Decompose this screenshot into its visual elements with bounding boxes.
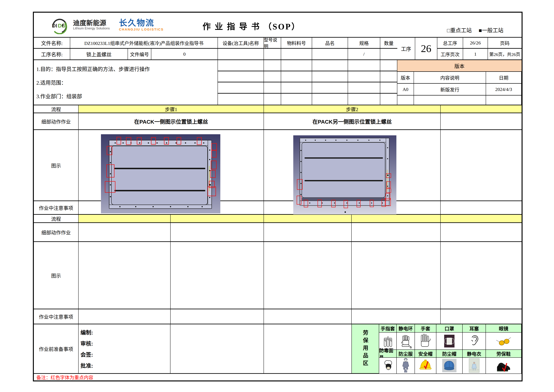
ppe-label-dust-cap: 防尘帽	[436, 350, 463, 357]
face-mask-icon	[442, 334, 457, 349]
process-page-value: 1	[463, 49, 488, 59]
process-name-value: 锁上盖螺丝	[70, 49, 128, 59]
safety-shoes-icon	[493, 358, 514, 373]
step1-header: 步骤1	[79, 105, 264, 112]
logo-area: DI DU 迪度新能源 Lithium Energy Solutions 长久物…	[50, 15, 164, 34]
material-no-header: 物料料号	[281, 38, 312, 48]
didu-logo-icon: DI DU	[50, 15, 69, 34]
ppe-label-finger-cots: 手指套	[379, 324, 397, 332]
ppe-label-face-mask: 口罩	[436, 324, 463, 332]
page-info: 第26页，共26页	[488, 49, 522, 59]
flow-label-1: 流程	[34, 105, 79, 112]
prep-row: 作业前准备事项 编制: 审核: 会签: 批准: 劳保用品区 手指套 静电环 手套	[34, 324, 522, 374]
respirator-icon	[381, 358, 395, 373]
material-no-value	[281, 49, 312, 59]
ppe-area: 劳保用品区 手指套 静电环 手套 口罩 耳塞 眼镜	[352, 324, 522, 373]
ear-plugs-icon	[467, 334, 481, 349]
step2-header: 步骤2	[264, 105, 441, 112]
info-rows: 文件名称: DZ100233L1组串式户外储能柜(液冷)产品组装作业指导书 设备…	[34, 38, 522, 60]
qty-header: 数量	[380, 38, 397, 48]
countersign-label: 会签:	[81, 350, 169, 358]
detail-step1-text: 在PACK一侧图示位置锁上螺丝	[79, 113, 264, 129]
detail-step2-text: 在PACK另一侧图示位置锁上螺丝	[264, 113, 441, 129]
ppe-label-esd-wrist-strap: 静电环	[397, 324, 415, 332]
equipment-header: 设备(治工具)名称	[218, 38, 264, 48]
gloves-icon	[418, 334, 433, 349]
qty-value	[380, 49, 397, 59]
svg-text:DU: DU	[58, 23, 66, 29]
remark-row: 备注：红色字体为重点内容	[34, 374, 522, 380]
diagram-cell-step1	[79, 130, 264, 201]
total-process-value: 26/26	[463, 38, 488, 48]
process-label: 工序	[397, 38, 415, 59]
equipment-value	[218, 49, 264, 59]
sop-document-page: DI DU 迪度新能源 Lithium Energy Solutions 长久物…	[0, 0, 554, 392]
station-type-flags: □重点工站 ■一般工站	[447, 26, 503, 34]
ppe-header-row-1: 手指套 静电环 手套 口罩 耳塞 眼镜	[379, 324, 522, 333]
prep-label: 作业前准备事项	[34, 324, 79, 373]
total-process-label: 总工序	[437, 38, 463, 48]
info-left-group: 文件名称: DZ100233L1组串式户外储能柜(液冷)产品组装作业指导书 设备…	[34, 38, 397, 59]
ppe-label-gloves: 手套	[415, 324, 436, 332]
ppe-label-ear-plugs: 耳塞	[463, 324, 486, 332]
flow-label-2: 流程	[34, 215, 79, 222]
diagram-row-2: 图示	[34, 242, 522, 309]
ppe-area-label: 劳保用品区	[361, 330, 369, 368]
didu-wordmark: 迪度新能源 Lithium Energy Solutions	[73, 20, 110, 30]
hard-hat-icon	[418, 358, 433, 373]
ppe-label-hard-hat: 安全帽	[415, 350, 436, 357]
diagram-cell-step2	[264, 130, 441, 201]
finger-cots-icon	[381, 334, 395, 349]
version-block: 版本 版本 内容说明 日期 A0 新版发行 2024/4/3	[397, 60, 522, 105]
ppe-grid: 手指套 静电环 手套 口罩 耳塞 眼镜	[379, 324, 522, 373]
dust-suit-icon	[399, 358, 412, 373]
pack-top-cover-side2-cad-image	[285, 135, 404, 214]
purpose-line-1: 1.目的：指导员工按照正确的方法、步骤进行操作	[36, 65, 216, 73]
version-date: 2024/4/3	[486, 84, 522, 95]
page-value-row: 工序页次 1 第26页，共26页	[437, 49, 522, 59]
purpose-version-band: 1.目的：指导员工按照正确的方法、步骤进行操作 2.适用范围： 3.作业部门：组…	[34, 60, 522, 105]
page-title: 作 业 指 导 书 （SOP）	[202, 20, 301, 32]
page-label: 页码	[488, 38, 522, 48]
diagram-label-1: 图示	[34, 130, 79, 201]
version-value: A0	[397, 84, 414, 95]
version-row-empty	[397, 96, 522, 105]
pack-top-cover-side1-cad-image	[101, 134, 221, 213]
diagram-row-1: 图示	[34, 130, 522, 201]
spec-value: /	[348, 49, 380, 59]
desc-col-label: 内容说明	[414, 72, 486, 83]
prepared-by-label: 编制:	[81, 328, 169, 336]
file-name-value: DZ100233L1组串式户外储能柜(液冷)产品组装作业指导书	[70, 38, 218, 48]
sop-table: DI DU 迪度新能源 Lithium Energy Solutions 长久物…	[33, 12, 523, 381]
caution-label-2: 作业中注意事项	[34, 309, 79, 324]
product-name-value	[312, 49, 348, 59]
ppe-icon-row-2	[379, 358, 522, 373]
changjiu-tagline: CHANGJIU LOGISTICS	[119, 28, 164, 31]
date-col-label: 日期	[486, 72, 522, 83]
info-row-1: 文件名称: DZ100233L1组串式户外储能柜(液冷)产品组装作业指导书 设备…	[34, 38, 397, 49]
detail-label-2: 细部动作作业	[34, 223, 79, 241]
purpose-line-2: 2.适用范围：	[36, 79, 216, 86]
key-station-checkbox: □重点工站	[447, 26, 472, 34]
spec-header: 规格	[348, 38, 380, 48]
empty-parts-grid	[218, 60, 397, 105]
svg-text:DI: DI	[52, 23, 57, 29]
ppe-label-esd-garment: 静电衣	[463, 350, 486, 357]
detail-label-1: 细部动作作业	[34, 113, 79, 129]
remark-note: 备注：红色字体为重点内容	[34, 374, 93, 381]
page-header-row: 总工序 26/26 页码	[437, 38, 522, 49]
info-right-group: 总工序 26/26 页码 工序页次 1 第26页，共26页	[437, 38, 522, 59]
ppe-area-label-cell: 劳保用品区	[352, 324, 379, 373]
version-desc: 新版发行	[414, 84, 486, 95]
flow-row-1: 流程 步骤1 步骤2	[34, 105, 522, 113]
purpose-cell: 1.目的：指导员工按照正确的方法、步骤进行操作 2.适用范围： 3.作业部门：组…	[34, 60, 218, 105]
document-header: DI DU 迪度新能源 Lithium Energy Solutions 长久物…	[34, 13, 522, 38]
safety-glasses-icon	[494, 334, 513, 349]
ppe-label-respirator: 防毒面具	[379, 350, 397, 357]
ppe-icon-row-1	[379, 333, 522, 350]
detail-row-2: 细部动作作业	[34, 223, 522, 242]
ppe-label-safety-glasses: 眼镜	[486, 324, 522, 332]
approved-by-label: 批准:	[81, 362, 169, 369]
signature-cell: 编制: 审核: 会签: 批准:	[79, 324, 170, 373]
process-name-label: 工序名称:	[34, 49, 70, 59]
